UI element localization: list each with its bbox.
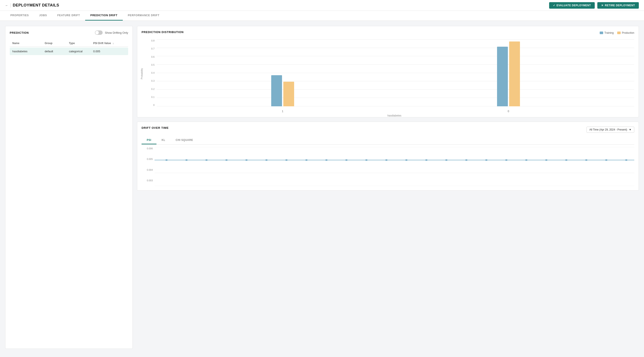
table-row[interactable]: hasdiabetes default categorical 0.005 xyxy=(10,48,128,55)
time-filter-select[interactable]: All Time (Apr 29, 2024 - Present) ▼ xyxy=(586,127,634,133)
col-group: Group xyxy=(45,42,69,45)
line-dot xyxy=(565,159,568,161)
line-dot xyxy=(625,159,627,161)
line-dot xyxy=(225,159,228,161)
legend-training-label: Training xyxy=(604,31,614,34)
main-tabs: PROPERTIES JOBS FEATURE DRIFT PREDICTION… xyxy=(0,11,644,21)
prediction-panel-header: PREDICTION Show Drifting Only xyxy=(10,30,128,38)
time-filter-label: All Time (Apr 29, 2024 - Present) xyxy=(589,128,627,131)
line-dot xyxy=(545,159,548,161)
main-content: PREDICTION Show Drifting Only Name Group… xyxy=(0,21,644,354)
x-axis-title: hasdiabetes xyxy=(154,114,634,117)
tab-jobs[interactable]: JOBS xyxy=(34,11,52,20)
line-dot xyxy=(505,159,508,161)
line-chart-container: 0.006 0.005 0.004 0.003 xyxy=(142,147,634,186)
bar-training-1 xyxy=(271,75,282,106)
legend-production: Production xyxy=(617,31,634,34)
toggle-label: Show Drifting Only xyxy=(105,31,128,34)
col-psi: PSI Drift Value ↓ xyxy=(93,42,126,45)
line-dot xyxy=(525,159,528,161)
col-type: Type xyxy=(69,42,93,45)
line-dot xyxy=(165,159,168,161)
y-label-06: 0.6 xyxy=(151,56,154,58)
line-chart-area xyxy=(154,147,634,186)
bars-row xyxy=(157,39,634,106)
evaluate-deployment-button[interactable]: ✓ EVALUATE DEPLOYMENT xyxy=(549,2,595,9)
line-chart-svg xyxy=(154,147,634,186)
bar-production-0 xyxy=(509,42,520,106)
x-labels: 1 0 xyxy=(157,110,634,113)
tab-prediction-drift[interactable]: PREDICTION DRIFT xyxy=(85,11,122,20)
bar-pair-1 xyxy=(271,75,294,106)
y-label-02: 0.2 xyxy=(151,88,154,90)
cell-type: categorical xyxy=(69,50,93,53)
drift-header: DRIFT OVER TIME All Time (Apr 29, 2024 -… xyxy=(142,126,634,133)
prediction-title: PREDICTION xyxy=(10,31,29,34)
back-arrow-icon: ← xyxy=(5,4,8,7)
line-dot xyxy=(445,159,448,161)
drift-title: DRIFT OVER TIME xyxy=(142,126,168,130)
col-name: Name xyxy=(12,42,45,45)
bar-production-1 xyxy=(283,82,294,106)
back-button[interactable]: ← xyxy=(5,4,8,7)
bar-training-0 xyxy=(497,47,508,106)
line-dot xyxy=(385,159,388,161)
chevron-down-icon: ▼ xyxy=(629,128,632,131)
legend-training: Training xyxy=(600,31,614,34)
drifting-only-toggle[interactable] xyxy=(95,30,103,35)
bar-group-0 xyxy=(497,42,520,106)
y-axis-title: Probability xyxy=(140,68,143,79)
line-dot xyxy=(605,159,608,161)
cell-group: default xyxy=(45,50,69,53)
line-dot xyxy=(465,159,468,161)
right-panel: PREDICTION DISTRIBUTION Training Product… xyxy=(137,26,639,349)
line-dot xyxy=(265,159,268,161)
sort-icon: ↓ xyxy=(112,42,114,45)
drift-y-label-004: 0.004 xyxy=(147,168,153,171)
toggle-row: Show Drifting Only xyxy=(95,30,128,35)
line-dot xyxy=(485,159,488,161)
line-dot xyxy=(345,159,348,161)
bar-chart-container: Probability 0.8 0.7 0.6 0.5 0.4 0.3 0.2 … xyxy=(142,39,634,113)
line-dot xyxy=(205,159,208,161)
drift-tab-psi[interactable]: PSI xyxy=(142,136,156,144)
line-dot xyxy=(425,159,428,161)
tab-properties[interactable]: PROPERTIES xyxy=(5,11,34,20)
line-dot xyxy=(365,159,368,161)
drift-y-label-006: 0.006 xyxy=(147,147,153,150)
drift-y-label-005: 0.005 xyxy=(147,158,153,160)
header-actions: ✓ EVALUATE DEPLOYMENT ✕ RETIRE DEPLOYMEN… xyxy=(549,2,639,9)
legend-production-box xyxy=(617,32,621,34)
y-label-00: 0 xyxy=(153,104,154,106)
line-dot xyxy=(405,159,408,161)
tab-feature-drift[interactable]: FEATURE DRIFT xyxy=(52,11,85,20)
distribution-title: PREDICTION DISTRIBUTION xyxy=(142,30,184,34)
y-label-07: 0.7 xyxy=(151,47,154,50)
cell-name: hasdiabetes xyxy=(12,50,45,53)
y-axis: 0.8 0.7 0.6 0.5 0.4 0.3 0.2 0.1 0 xyxy=(146,39,157,113)
tab-performance-drift[interactable]: PERFORMANCE DRIFT xyxy=(123,11,165,20)
bar-pair-0 xyxy=(497,42,520,106)
y-label-04: 0.4 xyxy=(151,72,154,74)
line-dot xyxy=(325,159,328,161)
header-left: ← DEPLOYMENT DETAILS xyxy=(5,3,59,8)
close-circle-icon: ✕ xyxy=(601,4,604,7)
x-label-1: 1 xyxy=(270,110,295,113)
page-title: DEPLOYMENT DETAILS xyxy=(13,3,59,8)
cell-psi: 0.005 xyxy=(93,50,126,53)
line-dot xyxy=(585,159,588,161)
line-dot xyxy=(305,159,308,161)
x-label-0: 0 xyxy=(496,110,521,113)
y-label-01: 0.1 xyxy=(151,96,154,98)
table-header: Name Group Type PSI Drift Value ↓ xyxy=(10,40,128,47)
line-dot xyxy=(245,159,248,161)
retire-deployment-button[interactable]: ✕ RETIRE DEPLOYMENT xyxy=(597,2,639,9)
header: ← DEPLOYMENT DETAILS ✓ EVALUATE DEPLOYME… xyxy=(0,0,644,11)
drift-tab-kl[interactable]: KL xyxy=(156,136,170,144)
check-icon: ✓ xyxy=(553,4,556,7)
toggle-slider xyxy=(95,30,103,35)
chart-area: 1 0 xyxy=(157,39,634,113)
line-dot xyxy=(285,159,288,161)
drift-tab-chi-square[interactable]: CHI SQUARE xyxy=(170,136,198,144)
header-divider xyxy=(10,3,10,8)
